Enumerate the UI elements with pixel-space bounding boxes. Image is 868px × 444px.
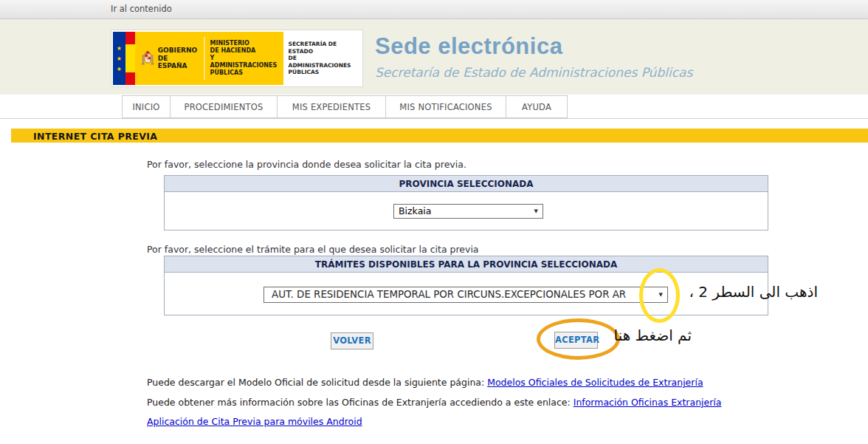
coat-of-arms-icon: [142, 47, 154, 70]
annotation-accept-note: ثم اضغط هنا: [596, 327, 692, 344]
province-table: PROVINCIA SELECCIONADA Bizkaia ▼: [164, 175, 768, 230]
aceptar-button[interactable]: ACEPTAR: [554, 332, 598, 349]
banner-title: INTERNET CITA PREVIA: [11, 129, 157, 143]
cita-previa-page: Ir al contenido ★ ★ ★: [0, 0, 868, 444]
nav-tab-label: AYUDA: [522, 102, 551, 112]
annotation-dropdown-note: اذهب الى السطر 2 ،: [685, 283, 818, 301]
star-icon: ★: [117, 55, 122, 62]
page-subtitle: Secretaría de Estado de Administraciones…: [375, 65, 692, 80]
tramite-table-header: TRÁMITES DISPONIBLES PARA LA PROVINCIA S…: [165, 256, 768, 273]
footer-line-modelos: Puede descargar el Modelo Oficial de sol…: [147, 377, 703, 388]
page-title: Sede electrónica: [375, 33, 692, 60]
nav-tab-label: MIS EXPEDIENTES: [292, 102, 371, 112]
spain-flag-band: [125, 32, 136, 85]
province-select-value: Bizkaia: [399, 205, 431, 216]
site-title-block: Sede electrónica Secretaría de Estado de…: [375, 33, 692, 80]
site-header: ★ ★ ★: [0, 19, 868, 95]
footer-line-app: Aplicación de Cita Previa para móviles A…: [147, 416, 362, 427]
main-nav: INICIO PROCEDIMIENTOS MIS EXPEDIENTES MI…: [0, 95, 868, 119]
province-instruction: Por favor, seleccione la provincia donde…: [147, 159, 466, 170]
secretaria-text: SECRETARÍA DE ESTADO DE ADMINISTRACIONES…: [283, 32, 361, 85]
nav-tab-label: PROCEDIMIENTOS: [185, 102, 264, 112]
eu-flag-band: ★ ★ ★: [113, 32, 125, 85]
gobierno-text: GOBIERNO DE ESPAÑA: [158, 47, 198, 70]
nav-tab-procedimientos[interactable]: PROCEDIMIENTOS: [170, 95, 278, 118]
informacion-oficinas-link[interactable]: Información Oficinas Extranjería: [574, 397, 722, 408]
app-android-link[interactable]: Aplicación de Cita Previa para móviles A…: [147, 416, 362, 427]
ministry-logo-section: GOBIERNO DE ESPAÑA MINISTERIO DE HACIEND…: [135, 32, 283, 85]
skip-link-bar: Ir al contenido: [0, 0, 868, 19]
page-title-banner: INTERNET CITA PREVIA: [11, 129, 868, 143]
tramite-select[interactable]: AUT. DE RESIDENCIA TEMPORAL POR CIRCUNS.…: [264, 287, 668, 303]
government-logo: ★ ★ ★: [111, 30, 363, 87]
nav-tab-mis-expedientes[interactable]: MIS EXPEDIENTES: [277, 95, 386, 118]
logo-divider: [204, 37, 204, 80]
nav-tab-ayuda[interactable]: AYUDA: [506, 95, 568, 118]
dropdown-arrow-icon: ▼: [534, 205, 538, 218]
province-table-header: PROVINCIA SELECCIONADA: [165, 176, 768, 192]
nav-tab-label: MIS NOTIFICACIONES: [399, 102, 492, 112]
tramite-instruction: Por favor, seleccione el trámite para el…: [147, 244, 479, 255]
nav-tab-inicio[interactable]: INICIO: [122, 95, 170, 118]
volver-button[interactable]: VOLVER: [331, 332, 373, 349]
dropdown-arrow-icon: ▼: [659, 287, 663, 302]
footer-text: Puede descargar el Modelo Oficial de sol…: [147, 377, 487, 388]
footer-line-oficinas: Puede obtener más información sobre las …: [147, 397, 721, 408]
skip-to-content-link[interactable]: Ir al contenido: [111, 4, 172, 14]
star-icon: ★: [117, 66, 122, 72]
province-select[interactable]: Bizkaia ▼: [393, 204, 543, 219]
nav-tab-mis-notificaciones[interactable]: MIS NOTIFICACIONES: [385, 95, 506, 118]
star-icon: ★: [117, 45, 122, 52]
nav-tab-label: INICIO: [132, 102, 159, 112]
tramite-table: TRÁMITES DISPONIBLES PARA LA PROVINCIA S…: [164, 256, 768, 315]
ministerio-text: MINISTERIO DE HACIENDA Y ADMINISTRACIONE…: [210, 40, 283, 77]
tramite-select-value: AUT. DE RESIDENCIA TEMPORAL POR CIRCUNS.…: [272, 289, 626, 300]
footer-text: Puede obtener más información sobre las …: [147, 397, 574, 408]
modelos-oficiales-link[interactable]: Modelos Oficiales de Solicitudes de Extr…: [487, 377, 703, 388]
